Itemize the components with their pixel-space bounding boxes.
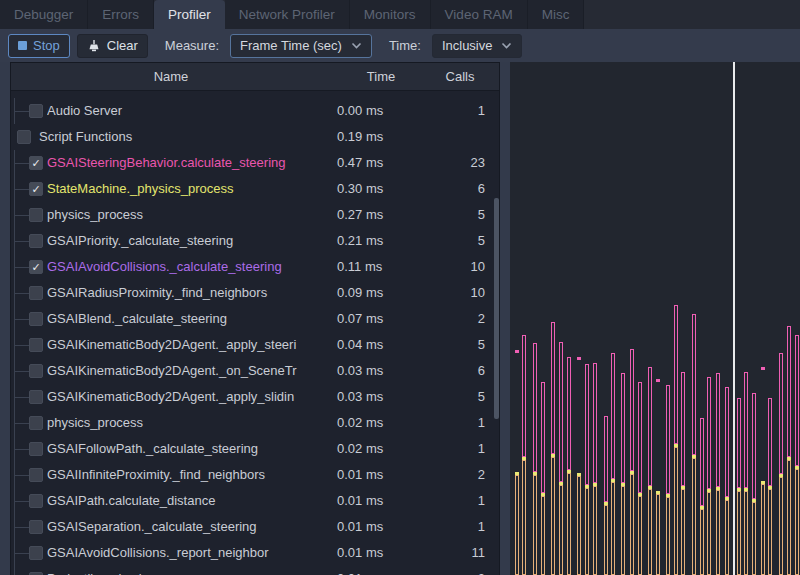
- row-checkbox-checked[interactable]: [29, 182, 43, 196]
- table-row[interactable]: GSAISeparation._calculate_steering0.01 m…: [11, 514, 499, 540]
- frame-bar-pink: [700, 418, 704, 506]
- table-row[interactable]: StateMachine._physics_process0.30 ms6: [11, 176, 499, 202]
- frame-bar-pink: [716, 373, 720, 487]
- measure-select-value: Frame Time (sec): [240, 38, 342, 53]
- function-calls: 2: [425, 462, 485, 488]
- vertical-scrollbar-thumb[interactable]: [494, 198, 499, 419]
- frame-bar-tan: [630, 474, 634, 575]
- table-row[interactable]: GSAIKinematicBody2DAgent._apply_steeri0.…: [11, 332, 499, 358]
- table-row[interactable]: GSAIInfiniteProximity._find_neighbors0.0…: [11, 462, 499, 488]
- frame-cursor-line[interactable]: [733, 62, 735, 575]
- tree-guide-line: [14, 423, 29, 424]
- row-checkbox[interactable]: [29, 364, 43, 378]
- function-time: 0.01 ms: [337, 514, 432, 540]
- frame-bar-tan: [522, 460, 526, 575]
- function-name: GSAIPath.calculate_distance: [47, 488, 331, 514]
- table-row[interactable]: GSAIKinematicBody2DAgent._on_SceneTr0.03…: [11, 358, 499, 384]
- row-checkbox[interactable]: [29, 312, 43, 326]
- frame-bar-tan: [656, 494, 660, 575]
- profiler-frame-graph[interactable]: [510, 62, 800, 575]
- tab-monitors[interactable]: Monitors: [350, 0, 431, 29]
- frame-bar-tan: [725, 500, 729, 575]
- frame-bar-tan: [604, 505, 608, 575]
- tab-misc[interactable]: Misc: [528, 0, 585, 29]
- row-checkbox[interactable]: [29, 104, 43, 118]
- frame-bar-pink: [761, 367, 765, 370]
- function-time: 0.02 ms: [337, 436, 432, 462]
- row-checkbox-checked[interactable]: [29, 156, 43, 170]
- row-checkbox[interactable]: [29, 390, 43, 404]
- measure-select[interactable]: Frame Time (sec): [230, 34, 372, 58]
- table-row[interactable]: GSAIAvoidCollisions._report_neighbor0.01…: [11, 540, 499, 566]
- frame-bar-pink: [795, 335, 799, 466]
- row-checkbox[interactable]: [29, 442, 43, 456]
- function-time: 0.04 ms: [337, 332, 432, 358]
- table-row[interactable]: physics_process0.27 ms5: [11, 202, 499, 228]
- row-checkbox[interactable]: [29, 286, 43, 300]
- frame-bar-pink: [725, 387, 729, 497]
- table-row[interactable]: GSAIPriority._calculate_steering0.21 ms5: [11, 228, 499, 254]
- function-time: 0.47 ms: [337, 150, 432, 176]
- clear-button[interactable]: Clear: [77, 34, 148, 58]
- stop-button[interactable]: Stop: [8, 34, 70, 58]
- function-calls: 10: [425, 254, 485, 280]
- function-time: 0.01 ms: [337, 566, 432, 575]
- profiler-toolbar: Stop Clear Measure: Frame Time (sec) Tim…: [0, 29, 800, 62]
- row-checkbox[interactable]: [29, 468, 43, 482]
- frame-bar-tan: [559, 485, 563, 575]
- function-time: 0.02 ms: [337, 410, 432, 436]
- frame-bar-tan: [700, 509, 704, 575]
- function-calls: 1: [425, 98, 485, 124]
- table-row[interactable]: GSAIBlend._calculate_steering0.07 ms2: [11, 306, 499, 332]
- row-checkbox[interactable]: [29, 234, 43, 248]
- function-calls: 2: [425, 306, 485, 332]
- tab-errors[interactable]: Errors: [88, 0, 154, 29]
- tree-guide-line: [14, 293, 29, 294]
- row-checkbox[interactable]: [29, 494, 43, 508]
- frame-bar-pink: [768, 398, 772, 486]
- function-calls: 6: [425, 176, 485, 202]
- time-select[interactable]: Inclusive: [432, 34, 523, 58]
- chevron-down-icon: [351, 42, 362, 49]
- table-row[interactable]: GSAIAvoidCollisions._calculate_steering0…: [11, 254, 499, 280]
- row-checkbox[interactable]: [29, 338, 43, 352]
- function-calls: 5: [425, 332, 485, 358]
- table-row[interactable]: GSAISteeringBehavior.calculate_steering0…: [11, 150, 499, 176]
- tree-guide-line: [14, 319, 29, 320]
- column-header-time[interactable]: Time: [331, 69, 431, 84]
- frame-bar-pink: [787, 326, 791, 457]
- frame-bar-tan: [666, 497, 670, 575]
- column-header-name[interactable]: Name: [11, 69, 331, 84]
- tree-guide-line: [14, 345, 29, 346]
- frame-bar-tan: [621, 486, 625, 575]
- function-name: GSAIKinematicBody2DAgent._on_SceneTr: [47, 358, 331, 384]
- table-row[interactable]: GSAIFollowPath._calculate_steering0.02 m…: [11, 436, 499, 462]
- row-checkbox[interactable]: [17, 130, 31, 144]
- table-row[interactable]: Audio Server0.00 ms1: [11, 98, 499, 124]
- table-row[interactable]: GSAIPath.calculate_distance0.01 ms1: [11, 488, 499, 514]
- tree-guide-line: [14, 527, 29, 528]
- function-calls: 5: [425, 228, 485, 254]
- function-calls: 11: [425, 540, 485, 566]
- frame-bar-pink: [621, 373, 625, 483]
- function-name: physics_process: [47, 202, 331, 228]
- row-checkbox[interactable]: [29, 520, 43, 534]
- tree-guide-line: [14, 241, 29, 242]
- table-row[interactable]: GSAIKinematicBody2DAgent._apply_slidin0.…: [11, 384, 499, 410]
- row-checkbox-checked[interactable]: [29, 260, 43, 274]
- row-checkbox[interactable]: [29, 416, 43, 430]
- table-row[interactable]: Script Functions0.19 ms: [11, 124, 499, 150]
- tab-debugger[interactable]: Debugger: [0, 0, 88, 29]
- row-checkbox[interactable]: [29, 546, 43, 560]
- frame-bar-pink: [533, 343, 537, 472]
- table-row[interactable]: physics_process0.02 ms1: [11, 410, 499, 436]
- table-row[interactable]: GSAIRadiusProximity._find_neighbors0.09 …: [11, 280, 499, 306]
- tab-video-ram[interactable]: Video RAM: [431, 0, 528, 29]
- row-checkbox[interactable]: [29, 208, 43, 222]
- tab-network-profiler[interactable]: Network Profiler: [225, 0, 350, 29]
- table-row[interactable]: Projectile._physics_process0.01 ms2: [11, 566, 499, 575]
- frame-bar-tan: [752, 502, 756, 575]
- function-name: GSAIAvoidCollisions._report_neighbor: [47, 540, 331, 566]
- tab-profiler[interactable]: Profiler: [154, 0, 225, 29]
- column-header-calls[interactable]: Calls: [431, 69, 489, 84]
